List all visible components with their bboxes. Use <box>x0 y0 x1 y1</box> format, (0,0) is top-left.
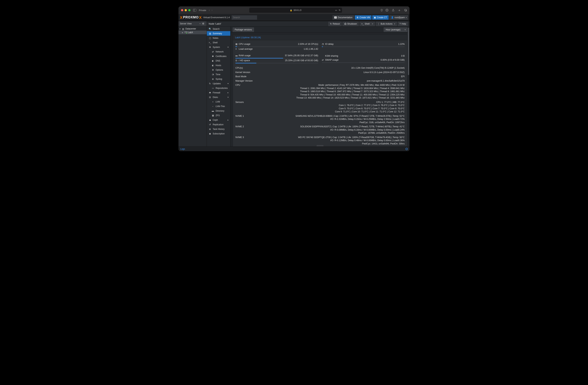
nav-item-replication[interactable]: ↺Replication <box>207 122 230 127</box>
nav-item-lvm[interactable]: ▪LVM <box>207 99 230 104</box>
gauge-label: IO delay <box>325 43 334 45</box>
bulk-actions-button[interactable]: ⋮Bulk Actions▾ <box>376 22 397 26</box>
help-button[interactable]: ?Help <box>398 22 408 26</box>
svg-point-3 <box>186 33 187 34</box>
nav-icon: ⚙ <box>211 69 214 71</box>
nav-item-zfs[interactable]: ▦ZFS <box>207 113 230 118</box>
detail-row-kernel-version: Kernel VersionLinux 6.5.13-1-pve (2024-0… <box>235 70 405 75</box>
nav-icon: ↻ <box>209 82 211 85</box>
user-menu[interactable]: 👤 root@pam ▾ <box>389 15 408 20</box>
detail-label: NVME 2 <box>235 125 261 135</box>
nav-item-directory[interactable]: ▬Directory <box>207 109 230 113</box>
gauge-ram-usage: ▬RAM usage57.64% (35.95 GiB of 62.37 GiB… <box>235 54 318 58</box>
expand-icon: ▾ <box>228 96 229 98</box>
new-tab-icon[interactable]: ＋ <box>398 9 401 12</box>
shutdown-button[interactable]: ⏻Shutdown <box>343 22 358 26</box>
chevron-down-icon: ▾ <box>200 23 200 24</box>
gauge-ksm-sharing: KSM sharing0 B <box>322 54 405 58</box>
nav-label: Hosts <box>216 64 221 67</box>
sidebar-toggle-icon[interactable] <box>193 9 196 11</box>
gauge-load-average: ≡Load average1.82,1.86,1.82 <box>235 47 318 51</box>
nav-label: Task History <box>213 128 225 130</box>
gauge-label: RAM usage <box>239 54 251 57</box>
menu-icon: ⋮ <box>378 23 380 25</box>
address-bar[interactable]: 🔒 10.0.1.3 ▭ ↻ <box>249 8 342 13</box>
nav-item-shell[interactable]: >_Shell <box>207 40 230 45</box>
nav-back-icon[interactable]: ‹ <box>209 9 210 12</box>
create-vm-button[interactable]: 🖥 Create VM <box>355 15 372 20</box>
nav-item-task-history[interactable]: ≣Task History <box>207 127 230 131</box>
nav-item-network[interactable]: ⇄Network <box>207 49 230 54</box>
close-window-button[interactable] <box>181 9 183 11</box>
left-panel: Server View ▾ ⚙ ▾ ▤ Datacenter ▸ <box>178 21 207 146</box>
tabs-icon[interactable] <box>404 9 407 12</box>
nav-item-time[interactable]: ◔Time <box>207 72 230 77</box>
gauge-value: 1.22% <box>398 43 405 45</box>
nav-item-disks[interactable]: ⊟Disks▾ <box>207 95 230 99</box>
reboot-button[interactable]: ↻Reboot <box>328 22 341 26</box>
nav-label: Time <box>216 73 220 76</box>
nav-forward-icon[interactable]: › <box>211 9 212 12</box>
minimize-window-button[interactable] <box>185 9 187 11</box>
shield-icon[interactable] <box>380 9 383 11</box>
gauge-icon: ⊟ <box>235 59 239 62</box>
address-text: 10.0.1.3 <box>294 9 301 11</box>
monitor-icon: 🖥 <box>357 16 358 19</box>
svg-rect-2 <box>185 31 187 33</box>
tracker-icon[interactable]: ▭ <box>335 9 337 11</box>
chevron-down-icon: ▾ <box>371 23 373 25</box>
gauge-label: Load average <box>239 48 252 50</box>
nav-item-subscription[interactable]: ◉Subscription <box>207 131 230 136</box>
nav-icon: ✱ <box>211 55 214 58</box>
detail-value: EFI <box>261 75 405 78</box>
nav-item-updates[interactable]: ↻Updates▾ <box>207 81 230 86</box>
downloads-icon[interactable] <box>385 9 388 12</box>
detail-label: Manager Version <box>235 79 261 83</box>
nav-item-options[interactable]: ⚙Options <box>207 68 230 72</box>
power-icon: ⏻ <box>344 23 346 25</box>
nav-item-certificates[interactable]: ✱Certificates <box>207 54 230 58</box>
nav-item-system[interactable]: ⚙System▾ <box>207 45 230 49</box>
documentation-button[interactable]: ? Documentation <box>333 15 354 20</box>
nav-item-dns[interactable]: ◐DNS <box>207 58 230 63</box>
proxmox-app: XPROXMOX Virtual Environment 8.1.4 ? Doc… <box>178 14 410 151</box>
search-input[interactable] <box>231 15 257 20</box>
share-icon[interactable] <box>392 9 395 12</box>
panel-resize-handle[interactable] <box>317 145 323 146</box>
gauge-label: KSM sharing <box>325 55 338 57</box>
gauge-icon: ▬ <box>235 54 239 57</box>
gauge-label: SWAP usage <box>325 59 338 61</box>
period-dropdown[interactable]: Hour (average) <box>384 27 407 32</box>
nav-icon: ▢ <box>209 37 211 39</box>
nav-label: Directory <box>216 110 224 112</box>
panel-settings-button[interactable]: ⚙ <box>201 22 205 26</box>
gauge-bar <box>322 62 405 63</box>
detail-row-cpu: CPUMode: performance | Freq: RT 2376 Mhz… <box>235 83 405 100</box>
tree-node-labx[interactable]: ▸ LabX <box>178 31 207 34</box>
nav-item-search[interactable]: 🔍Search <box>207 27 230 31</box>
create-ct-button[interactable]: ▣ Create CT <box>372 15 388 20</box>
reboot-icon: ↻ <box>330 23 332 25</box>
nav-label: Options <box>216 69 223 71</box>
maximize-window-button[interactable] <box>188 9 190 11</box>
nav-item-repositories[interactable]: ▭Repositories <box>207 86 230 90</box>
nav-item-hosts[interactable]: ◐Hosts <box>207 63 230 68</box>
package-versions-button[interactable]: Package versions <box>233 27 254 32</box>
nav-item-firewall[interactable]: ◓Firewall▸ <box>207 90 230 95</box>
footer-bar[interactable]: Logs <box>178 146 410 151</box>
nav-item-syslog[interactable]: ≣Syslog <box>207 77 230 81</box>
nav-label: Repositories <box>216 87 228 90</box>
gear-icon: ⚙ <box>202 22 204 25</box>
scrollbar[interactable] <box>408 28 409 75</box>
content-pane: Package versions Hour (average) LabX (Up… <box>231 27 410 146</box>
nav-icon: ⚙ <box>209 46 211 48</box>
view-selector[interactable]: Server View ▾ ⚙ <box>178 21 207 26</box>
reload-icon[interactable]: ↻ <box>339 9 341 11</box>
nav-item-summary[interactable]: ▤Summary <box>207 31 230 36</box>
nav-item-notes[interactable]: ▢Notes <box>207 36 230 40</box>
nav-label: Subscription <box>213 132 225 135</box>
tree-datacenter[interactable]: ▾ ▤ Datacenter <box>178 27 207 31</box>
shell-button[interactable]: >_Shell▾ <box>360 22 375 26</box>
nav-item-lvm-thin[interactable]: ▫LVM-Thin <box>207 104 230 109</box>
nav-item-ceph[interactable]: ◆Ceph▸ <box>207 118 230 122</box>
